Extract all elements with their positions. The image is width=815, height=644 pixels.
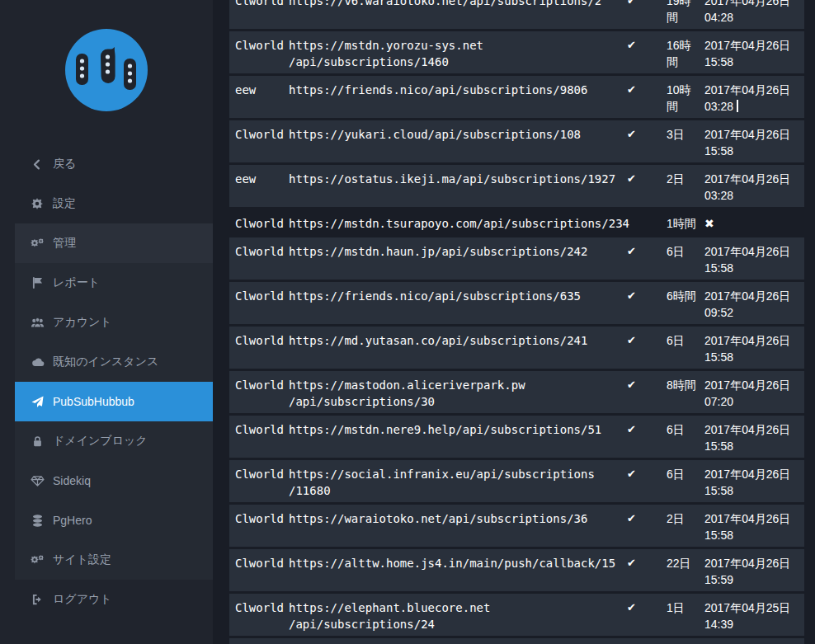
account-cell: Clworld [229,377,289,410]
callback-url-cell: https://alttw.home.js4.in/main/push/call… [289,555,620,588]
last-delivery-cell: 2017年04月26日 15:58 [698,421,799,454]
table-row: Clworld https://mstdn.yorozu-sys.net /ap… [229,31,804,73]
subscriptions-table: Clworld https://v6.waraiotoko.net/api/su… [229,0,804,644]
expiry-cell: 6日 [660,466,698,499]
sidebar-item-label: アカウント [53,315,112,330]
callback-url-cell: https://waraiotoko.net/api/subscriptions… [289,510,620,543]
flag-icon [30,277,45,289]
callback-url-cell: https://social.infranix.eu/api/subscript… [289,466,620,499]
gem-icon [30,476,45,487]
expiry-cell: 1時間 [660,215,698,232]
callback-url-cell: https://mstdn.yorozu-sys.net /api/subscr… [289,37,620,70]
sidebar-item-back[interactable]: 戻る [0,144,213,184]
table-row: Clworld https://yukari.cloud/api/subscri… [229,120,804,162]
table-row: Clworld https://v6.waraiotoko.net/api/su… [229,0,804,29]
admin-navigation: 戻る 設定 管理 レポート [0,144,213,619]
confirmed-check-icon: ✔ [620,555,660,588]
callback-url-cell: https://yukari.cloud/api/subscriptions/1… [289,126,620,159]
last-delivery-cell: 2017年04月26日 03:28 [698,171,799,204]
last-delivery-cell: 2017年04月26日 15:58 [698,466,799,499]
table-row: Clworld https://toot.kashishokunin.com ✔… [229,638,804,644]
expiry-cell: 8時間 [660,377,698,410]
confirmed-check-icon: ✔ [620,126,660,159]
last-delivery-cell: 2017年04月25日 14:39 [698,599,799,632]
last-delivery-cell: 2017年04月26日 09:52 [698,288,799,321]
instance-logo[interactable] [65,29,148,111]
sidebar-item-sidekiq[interactable]: Sidekiq [15,461,213,501]
expiry-cell: 6時間 [660,288,698,321]
expiry-cell: 6日 [660,421,698,454]
sidebar-item-label: ログアウト [53,592,112,607]
account-cell: Clworld [229,37,289,70]
sidebar-item-site-settings[interactable]: サイト設定 [15,540,213,580]
lock-icon [30,435,45,447]
table-row: Clworld https://friends.nico/api/subscri… [229,282,804,324]
table-row: eew https://friends.nico/api/subscriptio… [229,76,804,118]
callback-url-cell: https://friends.nico/api/subscriptions/6… [289,288,620,321]
sidebar-item-accounts[interactable]: アカウント [15,303,213,342]
account-cell: Clworld [229,555,289,588]
sidebar-item-pghero[interactable]: PgHero [15,501,213,540]
confirmed-check-icon: ✔ [620,510,660,543]
database-icon [30,515,45,527]
table-row: Clworld https://mstdn.nere9.help/api/sub… [229,416,804,458]
sidebar-item-domain-blocks[interactable]: ドメインブロック [15,421,213,461]
confirmed-check-icon: ✔ [620,288,660,321]
account-cell: Clworld [229,288,289,321]
table-row: Clworld https://alttw.home.js4.in/main/p… [229,549,804,591]
sidebar-item-label: 戻る [53,157,76,172]
sidebar-item-label: 既知のインスタンス [53,355,158,369]
account-cell: Clworld [229,215,289,232]
users-icon [30,317,45,328]
last-delivery-cell: 2017年04月26日 15:58 [698,243,799,276]
chevron-left-icon [30,159,45,170]
sidebar-item-pubsubhubbub[interactable]: PubSubHubbub [15,382,213,421]
table-row: eew https://ostatus.ikeji.ma/api/subscri… [229,165,804,207]
sidebar-item-label: レポート [53,275,100,290]
sidebar-item-label: ドメインブロック [53,434,148,449]
last-delivery-cell: 2017年04月26日 07:20 [698,377,799,410]
expiry-cell: 10時間 [660,82,698,115]
confirmed-check-icon: ✔ [620,37,660,70]
table-row: Clworld https://social.infranix.eu/api/s… [229,460,804,502]
sidebar-item-label: PgHero [53,514,92,527]
sidebar-item-reports[interactable]: レポート [15,263,213,303]
expiry-cell: 6日 [660,332,698,365]
sidebar: 戻る 設定 管理 レポート [0,0,213,644]
sidebar-item-label: 管理 [53,236,76,251]
cloud-icon [30,357,45,367]
account-cell: Clworld [229,466,289,499]
account-cell: Clworld [229,510,289,543]
expiry-cell: 19時間 [660,0,698,26]
sidebar-item-label: サイト設定 [53,552,111,567]
sidebar-item-logout[interactable]: ログアウト [0,580,213,619]
confirmed-check-icon: ✔ [620,332,660,365]
sidebar-item-label: 設定 [53,196,76,211]
sidebar-item-label: PubSubHubbub [53,395,134,408]
confirmed-check-icon: ✔ [620,599,660,632]
gears-icon [30,237,45,250]
last-delivery-cell: 2017年04月26日 03:28 [698,82,799,115]
confirmed-check-icon: ✔ [620,82,660,115]
last-delivery-cell: 2017年04月26日 15:58 [698,510,799,543]
confirmed-check-icon: ✔ [620,377,660,410]
expiry-cell: 16時間 [660,37,698,70]
expiry-cell: 3日 [660,126,698,159]
last-delivery-cell: 2017年04月26日 15:59 [698,555,799,588]
callback-url-cell: https://mstdn.nere9.help/api/subscriptio… [289,421,620,454]
account-cell: Clworld [229,126,289,159]
confirmed-check-icon: ✔ [620,243,660,276]
sign-out-icon [30,594,45,605]
sidebar-item-admin[interactable]: 管理 [15,223,213,263]
sidebar-item-settings[interactable]: 設定 [0,184,213,223]
callback-url-cell: https://ostatus.ikeji.ma/api/subscriptio… [289,171,620,204]
account-cell: Clworld [229,332,289,365]
expiry-cell: 2日 [660,171,698,204]
sidebar-item-known-instances[interactable]: 既知のインスタンス [15,342,213,382]
callback-url-cell: https://mastodon.aliceriverpark.pw /api/… [289,377,620,410]
callback-url-cell: https://mstdn.haun.jp/api/subscriptions/… [289,243,620,276]
confirmed-check-icon: ✔ [620,421,660,454]
callback-url-cell: https://mstdn.tsurapoyo.com/api/subscrip… [289,215,620,232]
account-cell: eew [229,82,289,115]
callback-url-cell: https://friends.nico/api/subscriptions/9… [289,82,620,115]
